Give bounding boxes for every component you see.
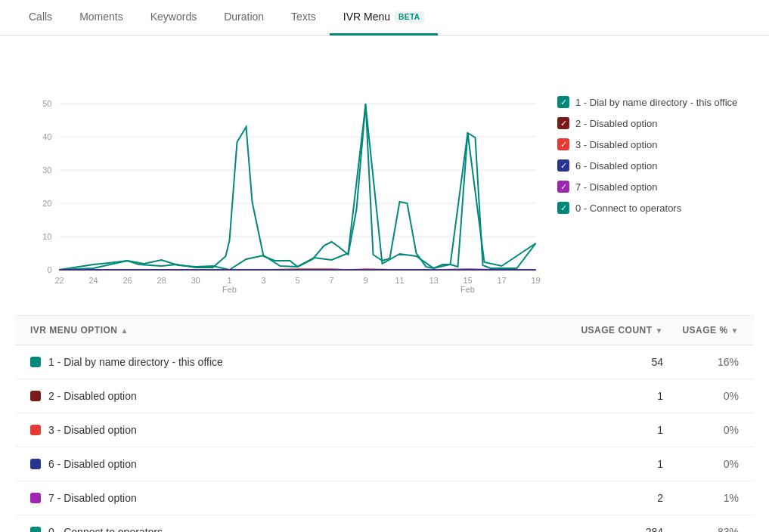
legend-item-disabled-7[interactable]: ✓ 7 - Disabled option — [557, 181, 754, 193]
legend-checkbox-connect-operators: ✓ — [557, 202, 569, 214]
table-header: IVR MENU OPTION ▲ USAGE COUNT ▼ USAGE % … — [15, 316, 754, 345]
tab-ivr-menu[interactable]: IVR Menu BETA — [330, 0, 438, 36]
svg-text:40: 40 — [42, 132, 51, 141]
row-option-0: 0 - Connect to operators — [30, 526, 572, 532]
legend-checkbox-disabled-7: ✓ — [557, 181, 569, 193]
color-dot-7 — [30, 493, 41, 503]
svg-text:50: 50 — [42, 99, 51, 108]
tab-calls[interactable]: Calls — [15, 0, 66, 36]
legend-item-disabled-6[interactable]: ✓ 6 - Disabled option — [557, 159, 754, 172]
teal-line-primary — [60, 104, 536, 270]
chart-section: 0 10 20 30 40 50 22 24 26 28 30 1 3 5 7 … — [15, 51, 754, 292]
legend-checkbox-disabled-2: ✓ — [557, 117, 569, 129]
color-dot-0 — [30, 527, 41, 532]
legend-item-dial-by-name[interactable]: ✓ 1 - Dial by name directory - this offi… — [557, 96, 754, 108]
svg-text:19: 19 — [531, 276, 540, 285]
row-option-6: 6 - Disabled option — [30, 458, 572, 470]
legend-checkbox-dial-by-name: ✓ — [557, 96, 569, 108]
row-option-7: 7 - Disabled option — [30, 492, 572, 504]
row-option-2: 2 - Disabled option — [30, 390, 572, 402]
svg-text:22: 22 — [54, 276, 64, 285]
row-count-3: 1 — [572, 424, 663, 436]
beta-badge: BETA — [395, 11, 423, 23]
row-pct-1: 16% — [663, 356, 739, 368]
tab-bar: Calls Moments Keywords Duration Texts IV… — [0, 0, 769, 36]
svg-text:9: 9 — [363, 276, 367, 285]
color-dot-2 — [30, 391, 41, 401]
table-row: 6 - Disabled option 1 0% — [15, 447, 754, 481]
svg-text:10: 10 — [42, 232, 51, 241]
svg-text:0: 0 — [47, 265, 51, 274]
row-option-1: 1 - Dial by name directory - this office — [30, 356, 572, 368]
svg-text:24: 24 — [88, 276, 98, 285]
svg-text:28: 28 — [157, 276, 166, 285]
sort-icon-option: ▲ — [121, 326, 129, 335]
col-header-option[interactable]: IVR MENU OPTION ▲ — [30, 325, 572, 336]
line-chart: 0 10 20 30 40 50 22 24 26 28 30 1 3 5 7 … — [15, 51, 542, 292]
main-content: 0 10 20 30 40 50 22 24 26 28 30 1 3 5 7 … — [0, 36, 769, 532]
row-pct-3: 0% — [663, 424, 739, 436]
legend-item-disabled-2[interactable]: ✓ 2 - Disabled option — [557, 117, 754, 129]
sort-icon-count: ▼ — [656, 326, 663, 335]
sort-icon-pct: ▼ — [731, 326, 739, 335]
row-option-3: 3 - Disabled option — [30, 424, 572, 436]
legend-item-connect-operators[interactable]: ✓ 0 - Connect to operators — [557, 202, 754, 214]
row-count-7: 2 — [572, 492, 663, 504]
row-count-0: 284 — [572, 526, 663, 532]
svg-text:20: 20 — [42, 199, 51, 208]
row-count-6: 1 — [572, 458, 663, 470]
svg-text:13: 13 — [429, 276, 438, 285]
color-dot-3 — [30, 425, 41, 435]
chart-legend: ✓ 1 - Dial by name directory - this offi… — [557, 51, 754, 292]
svg-text:15: 15 — [463, 276, 472, 285]
tab-texts[interactable]: Texts — [278, 0, 330, 36]
tab-moments[interactable]: Moments — [66, 0, 137, 36]
svg-text:Feb: Feb — [460, 285, 475, 292]
tab-duration[interactable]: Duration — [210, 0, 278, 36]
svg-text:30: 30 — [191, 276, 200, 285]
legend-checkbox-disabled-6: ✓ — [557, 159, 569, 172]
row-pct-2: 0% — [663, 390, 739, 402]
table-row: 1 - Dial by name directory - this office… — [15, 345, 754, 379]
color-dot-6 — [30, 459, 41, 469]
svg-text:1: 1 — [227, 276, 231, 285]
table-row: 0 - Connect to operators 284 83% — [15, 515, 754, 532]
svg-text:7: 7 — [329, 276, 333, 285]
row-count-2: 1 — [572, 390, 663, 402]
legend-checkbox-disabled-3: ✓ — [557, 138, 569, 150]
chart-container: 0 10 20 30 40 50 22 24 26 28 30 1 3 5 7 … — [15, 51, 542, 292]
svg-text:17: 17 — [497, 276, 506, 285]
row-pct-6: 0% — [663, 458, 739, 470]
svg-text:26: 26 — [122, 276, 132, 285]
col-header-pct[interactable]: USAGE % ▼ — [663, 325, 739, 336]
table-row: 2 - Disabled option 1 0% — [15, 379, 754, 413]
svg-text:Feb: Feb — [222, 285, 237, 292]
legend-item-disabled-3[interactable]: ✓ 3 - Disabled option — [557, 138, 754, 150]
row-pct-0: 83% — [663, 526, 739, 532]
table-row: 7 - Disabled option 2 1% — [15, 481, 754, 515]
svg-text:3: 3 — [261, 276, 265, 285]
row-pct-7: 1% — [663, 492, 739, 504]
svg-text:30: 30 — [42, 165, 51, 175]
tab-keywords[interactable]: Keywords — [137, 0, 210, 36]
table-row: 3 - Disabled option 1 0% — [15, 413, 754, 447]
svg-text:11: 11 — [395, 276, 404, 285]
svg-text:5: 5 — [295, 276, 299, 285]
color-dot-1 — [30, 357, 41, 367]
col-header-count[interactable]: USAGE COUNT ▼ — [572, 325, 663, 336]
row-count-1: 54 — [572, 356, 663, 368]
data-table: IVR MENU OPTION ▲ USAGE COUNT ▼ USAGE % … — [15, 315, 754, 532]
